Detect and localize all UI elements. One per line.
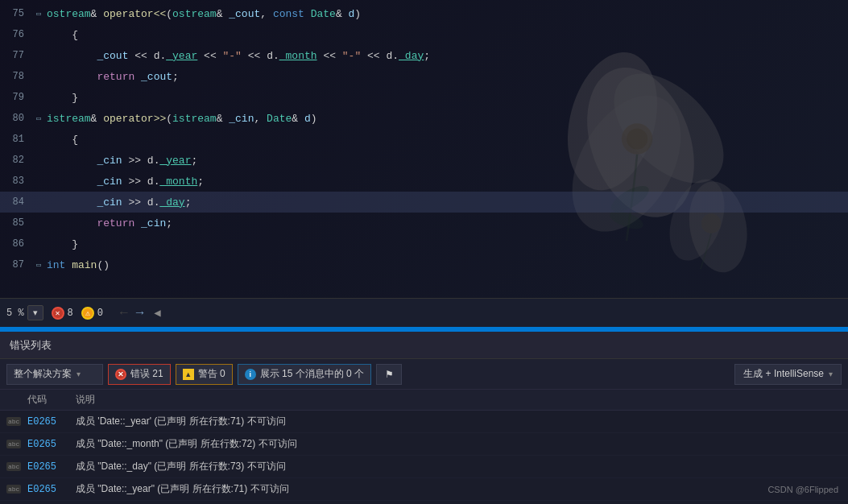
- info-label: 展示 15 个消息中的 0 个: [260, 367, 364, 381]
- abc-icon: abc: [6, 440, 21, 448]
- warn-filter-button[interactable]: ▲ 警告 0: [176, 364, 233, 385]
- row-type-icon: abc: [6, 462, 27, 471]
- error-label: 错误 21: [130, 367, 163, 381]
- abc-icon: abc: [6, 485, 21, 494]
- line-number: 84: [0, 196, 34, 208]
- error-row-1[interactable]: abc E0265 成员 'Date::_year' (已声明 所在行数:71)…: [0, 411, 848, 433]
- line-number: 87: [0, 259, 34, 271]
- line-number: 75: [0, 8, 34, 19]
- zoom-control[interactable]: 5 % ▾: [6, 305, 43, 320]
- intelli-label: 生成 + IntelliSense: [743, 367, 824, 381]
- line-content: {: [43, 29, 848, 41]
- line-content: }: [43, 92, 848, 104]
- nav-prev-arrow[interactable]: ←: [118, 306, 130, 320]
- code-line-81: 81 {: [0, 129, 848, 150]
- line-content: _cout << d._year << "-" << d._month << "…: [43, 50, 848, 62]
- line-content: istream& operator>>(istream& _cin, Date&…: [43, 113, 848, 125]
- error-table: abc E0265 成员 'Date::_year' (已声明 所在行数:71)…: [0, 411, 848, 501]
- row-type-icon: abc: [6, 485, 27, 494]
- line-content: int main(): [43, 259, 848, 271]
- abc-icon: abc: [6, 417, 21, 426]
- code-line-86: 86 }: [0, 233, 848, 254]
- code-line-83: 83 _cin >> d._month;: [0, 171, 848, 192]
- line-number: 76: [0, 29, 34, 40]
- fold-marker[interactable]: ▭: [34, 260, 43, 270]
- error-panel: 错误列表 整个解决方案 ▾ ✕ 错误 21 ▲ 警告 0 i 展示 15 个消息…: [0, 332, 848, 504]
- line-content: return _cout;: [43, 71, 848, 83]
- line-number: 77: [0, 50, 34, 61]
- chevron-down-icon: ▾: [77, 370, 81, 378]
- intellisense-button[interactable]: 生成 + IntelliSense ▾: [734, 364, 842, 385]
- col-code-header: 代码: [27, 393, 76, 407]
- warn-label: 警告 0: [198, 367, 225, 381]
- nav-next-arrow[interactable]: →: [134, 306, 147, 320]
- info-filter-button[interactable]: i 展示 15 个消息中的 0 个: [238, 364, 371, 385]
- code-editor[interactable]: 75 ▭ ostream& operator<<(ostream& _cout,…: [0, 0, 848, 298]
- row-code: E0265: [27, 484, 76, 495]
- line-content: ostream& operator<<(ostream& _cout, cons…: [43, 8, 848, 20]
- filter-icon: ⚑: [383, 369, 395, 380]
- watermark: CSDN @6Flipped: [767, 485, 838, 494]
- row-type-icon: abc: [6, 417, 27, 426]
- code-line-82: 82 _cin >> d._year;: [0, 150, 848, 171]
- col-desc-header: 说明: [76, 393, 842, 407]
- row-code: E0265: [27, 439, 76, 450]
- scope-dropdown[interactable]: 整个解决方案 ▾: [6, 364, 103, 385]
- row-code: E0265: [27, 416, 76, 428]
- code-line-77: 77 _cout << d._year << "-" << d._month <…: [0, 45, 848, 66]
- code-line-80: 80 ▭ istream& operator>>(istream& _cin, …: [0, 108, 848, 129]
- zoom-dropdown-button[interactable]: ▾: [27, 305, 43, 320]
- code-line-78: 78 return _cout;: [0, 66, 848, 87]
- error-icon: ✕: [52, 307, 64, 320]
- code-line-87: 87 ▭ int main(): [0, 254, 848, 275]
- filter-button[interactable]: ⚑: [376, 364, 402, 385]
- error-circle-icon: ✕: [115, 369, 126, 380]
- line-number: 79: [0, 92, 34, 103]
- line-content: _cin >> d._month;: [43, 176, 848, 188]
- row-desc: 成员 "Date::_day" (已声明 所在行数:73) 不可访问: [76, 460, 842, 473]
- scroll-left-arrow[interactable]: ◀: [154, 306, 160, 320]
- error-row-2[interactable]: abc E0265 成员 "Date::_month" (已声明 所在行数:72…: [0, 433, 848, 456]
- line-number: 83: [0, 176, 34, 187]
- error-panel-header: 错误列表: [0, 332, 848, 359]
- line-content: return _cin;: [43, 217, 848, 229]
- code-lines: 75 ▭ ostream& operator<<(ostream& _cout,…: [0, 0, 848, 279]
- info-circle-icon: i: [245, 369, 256, 380]
- code-line-76: 76 {: [0, 24, 848, 45]
- row-desc: 成员 'Date::_year' (已声明 所在行数:71) 不可访问: [76, 415, 842, 428]
- error-row-3[interactable]: abc E0265 成员 "Date::_day" (已声明 所在行数:73) …: [0, 456, 848, 478]
- line-content: _cin >> d._day;: [43, 196, 848, 209]
- warn-badge: ⚠ 0: [81, 307, 103, 320]
- line-content: _cin >> d._year;: [43, 155, 848, 167]
- line-number: 82: [0, 155, 34, 166]
- error-row-4[interactable]: abc E0265 成员 "Date::_year" (已声明 所在行数:71)…: [0, 478, 848, 501]
- panel-title: 错误列表: [10, 338, 52, 353]
- code-line-79: 79 }: [0, 87, 848, 108]
- error-count: 8: [68, 308, 73, 319]
- row-desc: 成员 "Date::_year" (已声明 所在行数:71) 不可访问: [76, 482, 842, 496]
- error-table-header: 代码 说明: [0, 390, 848, 411]
- row-desc: 成员 "Date::_month" (已声明 所在行数:72) 不可访问: [76, 437, 842, 451]
- line-number: 80: [0, 113, 34, 124]
- code-line-75: 75 ▭ ostream& operator<<(ostream& _cout,…: [0, 3, 848, 24]
- line-number: 86: [0, 238, 34, 250]
- row-type-icon: abc: [6, 440, 27, 448]
- line-number: 85: [0, 217, 34, 229]
- zoom-value: 5 %: [6, 308, 24, 319]
- warning-triangle-icon: ▲: [183, 369, 194, 380]
- code-line-85: 85 return _cin;: [0, 213, 848, 233]
- line-content: }: [43, 238, 848, 250]
- fold-marker[interactable]: ▭: [34, 114, 43, 123]
- abc-icon: abc: [6, 462, 21, 471]
- warn-count: 0: [97, 308, 103, 319]
- code-line-84: 84 _cin >> d._day;: [0, 192, 848, 213]
- error-filter-button[interactable]: ✕ 错误 21: [108, 364, 171, 385]
- line-number: 81: [0, 134, 34, 145]
- error-toolbar: 整个解决方案 ▾ ✕ 错误 21 ▲ 警告 0 i 展示 15 个消息中的 0 …: [0, 359, 848, 390]
- intelli-chevron-icon: ▾: [829, 370, 833, 378]
- error-badge: ✕ 8: [52, 307, 73, 320]
- line-number: 78: [0, 71, 34, 82]
- fold-marker[interactable]: ▭: [34, 9, 43, 19]
- navigation-arrows: ← →: [118, 306, 146, 320]
- scope-label: 整个解决方案: [14, 367, 72, 381]
